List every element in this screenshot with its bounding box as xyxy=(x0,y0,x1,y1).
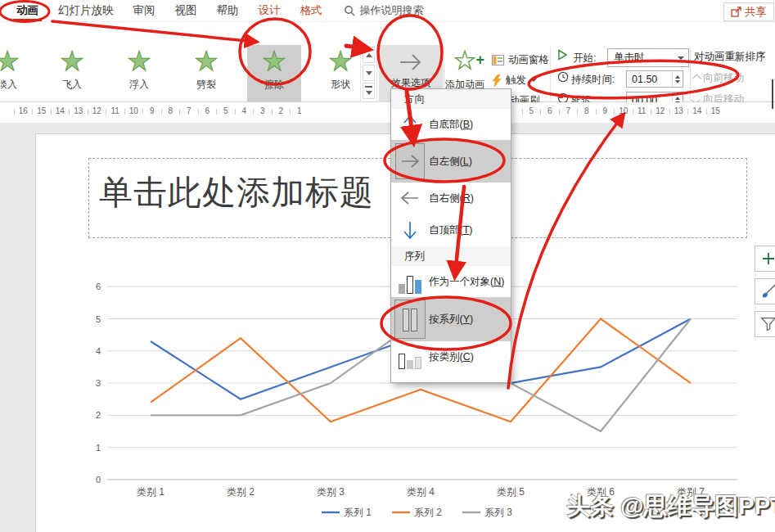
animation-star-icon: ★ xyxy=(112,45,166,78)
tab-帮助[interactable]: 帮助 xyxy=(207,0,249,21)
tab-审阅[interactable]: 审阅 xyxy=(124,0,165,21)
tab-视图[interactable]: 视图 xyxy=(165,0,207,21)
animation-pane-button[interactable]: 动画窗格 xyxy=(492,52,549,68)
selected-icon-box xyxy=(394,300,426,339)
menu-item-自左侧[interactable]: 自左侧(L) xyxy=(391,140,511,183)
move-earlier-button[interactable]: 向前移动 xyxy=(692,71,744,85)
menu-item-icon-cell xyxy=(391,219,429,241)
menu-item-label: 自右侧(R) xyxy=(429,192,474,205)
ruler-number: 8 xyxy=(161,106,180,115)
y-axis-tick-label: 4 xyxy=(96,346,101,356)
gallery-item-擦除[interactable]: ★擦除 xyxy=(247,45,301,102)
ruler-number: 10 xyxy=(615,106,633,115)
gallery-item-劈裂[interactable]: ★劈裂 xyxy=(179,45,233,102)
gallery-item-淡入[interactable]: ★淡入 xyxy=(0,45,34,102)
duration-input[interactable]: 01.50 xyxy=(626,70,683,88)
ruler-number: 6 xyxy=(541,106,560,115)
arrow-right-icon xyxy=(399,150,421,173)
share-icon xyxy=(731,7,741,17)
chart-styles-button[interactable] xyxy=(755,278,775,304)
menu-item-按类别[interactable]: 按类别(C) xyxy=(391,341,511,372)
gallery-item-浮入[interactable]: ★浮入 xyxy=(112,45,166,102)
chevron-down-icon xyxy=(678,56,684,60)
menubar: 动画幻灯片放映审阅视图帮助设计格式 操作说明搜索 共享 xyxy=(0,0,775,22)
tab-strip: 动画幻灯片放映审阅视图帮助设计格式 xyxy=(7,0,332,21)
ruler-number: 16 xyxy=(14,106,33,115)
ruler-number: 4 xyxy=(235,106,254,115)
ruler-number: 6 xyxy=(198,106,217,115)
gallery-item-label: 淡入 xyxy=(0,78,34,92)
y-axis-tick-label: 2 xyxy=(96,410,101,420)
tell-me-search[interactable]: 操作说明搜索 xyxy=(344,3,424,18)
x-axis-category-label: 类别 4 xyxy=(407,486,435,498)
x-axis-category-label: 类别 2 xyxy=(227,486,255,498)
add-animation-icon: ★ + xyxy=(440,45,489,74)
gallery-more-button[interactable] xyxy=(363,83,375,99)
share-button[interactable]: 共享 xyxy=(723,2,774,21)
tab-格式[interactable]: 格式 xyxy=(291,0,332,21)
ruler-number: 11 xyxy=(106,106,125,115)
ruler-number: 9 xyxy=(596,106,615,115)
legend-label: 系列 1 xyxy=(344,507,372,518)
legend-label: 系列 3 xyxy=(484,507,512,518)
y-axis-tick-label: 3 xyxy=(96,378,101,388)
ruler-number: 7 xyxy=(559,106,578,115)
duration-spinner[interactable] xyxy=(672,71,683,87)
arrow-right-icon xyxy=(397,50,425,74)
divider xyxy=(360,47,361,110)
legend-label: 系列 2 xyxy=(414,507,442,518)
lightning-icon xyxy=(492,74,502,87)
ruler-number: 8 xyxy=(578,106,597,115)
chevron-down-icon xyxy=(530,79,537,82)
chart-filters-button[interactable] xyxy=(755,311,775,337)
powerpoint-window: 动画幻灯片放映审阅视图帮助设计格式 操作说明搜索 共享 ★淡入★飞入★浮入★劈裂… xyxy=(0,0,775,532)
gallery-item-label: 劈裂 xyxy=(179,78,233,92)
chart-elements-button[interactable] xyxy=(755,246,775,272)
menu-header-direction: 方向 xyxy=(391,89,511,109)
animation-pane-icon xyxy=(492,55,504,65)
x-axis-category-label: 类别 5 xyxy=(497,486,525,498)
reorder-animation-label: 对动画重新排序 xyxy=(694,50,766,64)
gallery-scroll-down-button[interactable] xyxy=(363,65,375,81)
bars-object-icon xyxy=(399,269,421,294)
tab-设计[interactable]: 设计 xyxy=(249,0,291,21)
ruler-number: 15 xyxy=(33,106,52,115)
divider xyxy=(376,47,377,110)
ruler-number: 9 xyxy=(143,106,162,115)
ruler-number: 10 xyxy=(124,106,143,115)
ruler-number: 2 xyxy=(272,106,291,115)
gallery-scroll-up-button[interactable] xyxy=(363,47,375,63)
start-select[interactable]: 单击时 xyxy=(607,48,689,67)
ruler-number: 12 xyxy=(651,106,670,115)
group-divider xyxy=(690,47,691,110)
gallery-item-label: 擦除 xyxy=(247,78,301,92)
ruler-number: 14 xyxy=(688,106,707,115)
menu-item-按系列[interactable]: 按系列(Y) xyxy=(391,297,511,341)
menu-item-自顶部[interactable]: 自顶部(T) xyxy=(391,214,511,246)
bars-category-icon xyxy=(399,345,421,369)
menu-item-作为一个对象[interactable]: 作为一个对象(N) xyxy=(391,266,511,297)
bars-series-icon xyxy=(403,307,417,331)
gallery-item-飞入[interactable]: ★飞入 xyxy=(45,45,99,102)
menu-item-自底部[interactable]: 自底部(B) xyxy=(391,109,511,140)
menu-item-icon-cell xyxy=(391,269,429,294)
menu-item-label: 自顶部(T) xyxy=(429,223,472,237)
trigger-button[interactable]: 触发 xyxy=(492,72,537,88)
duration-clock-icon xyxy=(557,71,569,83)
search-icon xyxy=(344,5,355,16)
tab-动画[interactable]: 动画 xyxy=(7,0,48,21)
funnel-icon xyxy=(760,316,775,332)
ruler-number: 13 xyxy=(70,106,88,115)
paintbrush-icon xyxy=(760,283,775,300)
menu-item-自右侧[interactable]: 自右侧(R) xyxy=(391,183,511,214)
window-edge-line xyxy=(772,79,773,109)
tab-幻灯片放映[interactable]: 幻灯片放映 xyxy=(48,0,124,21)
menu-item-label: 自左侧(L) xyxy=(429,155,472,169)
play-icon xyxy=(557,49,568,61)
chevron-up-icon xyxy=(692,74,701,83)
ruler-number: 12 xyxy=(88,106,106,115)
y-axis-tick-label: 0 xyxy=(96,475,101,485)
arrow-down-icon xyxy=(399,219,421,241)
menu-item-icon-cell xyxy=(391,187,429,210)
effect-options-menu: 方向自底部(B)自左侧(L)自右侧(R)自顶部(T)序列作为一个对象(N)按系列… xyxy=(390,88,511,383)
